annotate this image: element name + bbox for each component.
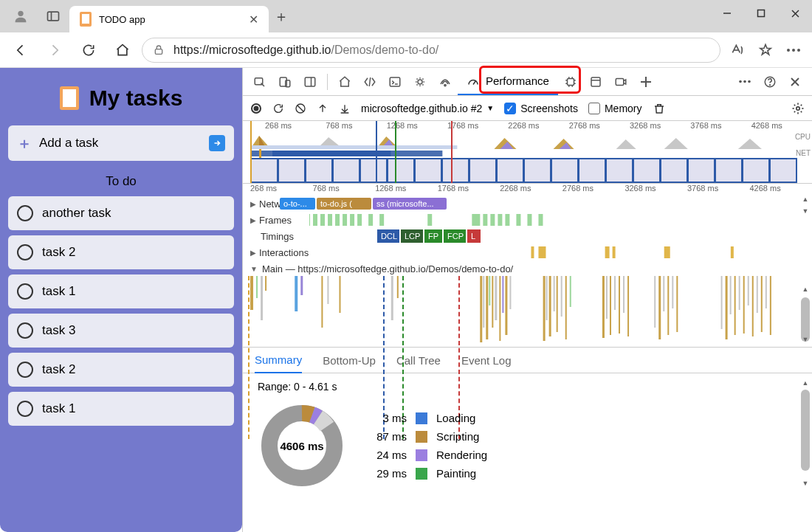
home-button[interactable] (108, 32, 137, 68)
read-aloud-icon[interactable] (725, 38, 750, 63)
row-interactions[interactable]: ▶Interactions (243, 244, 812, 260)
submit-task-button[interactable] (209, 135, 225, 151)
checkbox-icon[interactable] (17, 283, 33, 300)
task-item[interactable]: task 2 (8, 235, 234, 269)
svg-point-9 (792, 49, 795, 52)
svg-rect-51 (357, 214, 362, 226)
svg-rect-78 (339, 276, 340, 313)
memory-tab-icon[interactable] (558, 68, 583, 96)
settings-gear-icon[interactable] (791, 102, 805, 115)
timing-fcp[interactable]: FCP (444, 229, 466, 243)
row-timings[interactable]: Timings DCL LCP FP FCP L (243, 228, 812, 244)
svg-rect-52 (368, 214, 373, 226)
task-item[interactable]: another task (8, 196, 234, 230)
performance-toolbar: microsoftedge.github.io #2▼ ✓Screenshots… (243, 96, 812, 121)
dock-side-icon[interactable] (297, 68, 323, 96)
svg-rect-87 (499, 276, 500, 341)
close-devtools-icon[interactable] (782, 68, 808, 96)
svg-rect-57 (483, 214, 487, 226)
upload-button[interactable] (317, 103, 328, 114)
svg-rect-114 (730, 276, 732, 314)
screenshots-checkbox[interactable]: ✓Screenshots (504, 103, 578, 114)
back-button[interactable] (6, 32, 35, 68)
task-item[interactable]: task 2 (8, 353, 234, 387)
media-tab-icon[interactable] (608, 68, 633, 96)
task-item[interactable]: task 1 (8, 392, 234, 426)
clear-button[interactable] (295, 103, 306, 114)
row-network[interactable]: ▶Network o-to-... to-do.js ( ss (microso… (243, 196, 812, 212)
clipboard-icon (60, 86, 79, 110)
svg-rect-66 (605, 246, 610, 258)
help-icon[interactable] (757, 68, 782, 96)
url-input[interactable]: https://microsoftedge.github.io/Demos/de… (142, 38, 720, 63)
svg-rect-89 (505, 276, 507, 335)
svg-rect-79 (391, 276, 393, 320)
devtools-more-icon[interactable] (732, 68, 757, 96)
svg-rect-16 (390, 77, 400, 86)
gc-button[interactable] (653, 102, 666, 115)
welcome-tab-icon[interactable] (332, 68, 357, 96)
minimize-button[interactable] (710, 0, 744, 27)
reload-profile-button[interactable] (272, 103, 284, 114)
inspect-element-icon[interactable] (247, 68, 272, 96)
target-dropdown[interactable]: microsoftedge.github.io #2▼ (361, 103, 494, 114)
network-tab-icon[interactable] (433, 68, 458, 96)
timing-dcl[interactable]: DCL (377, 229, 399, 243)
memory-checkbox[interactable]: Memory (588, 103, 642, 114)
elements-tab-icon[interactable] (357, 68, 382, 96)
svg-point-33 (254, 106, 259, 111)
checkbox-icon[interactable] (17, 322, 33, 339)
screenshots-filmstrip[interactable] (250, 158, 797, 183)
svg-rect-94 (554, 276, 555, 311)
checkbox-icon[interactable] (17, 205, 33, 221)
task-item[interactable]: task 1 (8, 274, 234, 308)
svg-rect-95 (557, 276, 558, 332)
flame-chart[interactable]: 268 ms768 ms1268 ms1768 ms2268 ms2768 ms… (243, 184, 812, 347)
performance-tab[interactable]: Performance (458, 69, 558, 95)
overview-panel[interactable]: 268 ms768 ms1268 ms1768 ms2268 ms2768 ms… (243, 121, 812, 184)
download-button[interactable] (339, 103, 351, 114)
address-bar: https://microsoftedge.github.io/Demos/de… (0, 32, 812, 68)
workspaces-icon[interactable] (37, 0, 69, 32)
browser-tab[interactable]: TODO app ✕ (69, 6, 269, 32)
overview-cpu: CPU (250, 133, 797, 149)
svg-rect-97 (565, 276, 567, 339)
device-toggle-icon[interactable] (272, 68, 297, 96)
favorite-icon[interactable] (753, 38, 778, 63)
page-content: My tasks ＋Add a task To do another task … (0, 68, 242, 532)
summary-scrollbar[interactable]: ▲ ▼ (801, 378, 810, 488)
svg-rect-123 (770, 276, 771, 335)
close-tab-icon[interactable]: ✕ (249, 13, 258, 27)
flame-vertical-scrollbar[interactable]: ▲ ▼ ▲ ▼ (801, 196, 810, 343)
net-chip[interactable]: ss (microsofte... (373, 198, 447, 210)
menu-icon[interactable] (781, 38, 806, 63)
row-frames[interactable]: ▶Frames (243, 212, 812, 228)
profile-icon[interactable] (4, 0, 37, 32)
svg-rect-80 (397, 276, 399, 298)
svg-rect-96 (561, 276, 562, 317)
close-window-button[interactable] (778, 0, 812, 27)
net-chip[interactable]: o-to-... (280, 198, 315, 210)
task-item[interactable]: task 3 (8, 314, 234, 348)
legend-item: 24 msRendering (365, 449, 487, 461)
svg-rect-105 (627, 276, 629, 336)
sources-tab-icon[interactable] (407, 68, 433, 96)
add-task-input[interactable]: ＋Add a task (8, 125, 234, 161)
maximize-button[interactable] (744, 0, 778, 27)
checkbox-icon[interactable] (17, 362, 33, 378)
record-button[interactable] (250, 103, 262, 114)
svg-point-27 (748, 80, 751, 83)
console-tab-icon[interactable] (382, 68, 407, 96)
svg-rect-100 (606, 276, 608, 319)
row-main-header[interactable]: ▼Main — https://microsoftedge.github.io/… (243, 260, 812, 276)
timing-lcp[interactable]: LCP (401, 229, 423, 243)
checkbox-icon[interactable] (17, 244, 33, 260)
new-tab-button[interactable]: ＋ (269, 0, 294, 32)
net-chip[interactable]: to-do.js ( (317, 198, 371, 210)
application-tab-icon[interactable] (583, 68, 608, 96)
checkbox-icon[interactable] (17, 401, 33, 417)
timing-load[interactable]: L (467, 229, 481, 243)
timing-fp[interactable]: FP (424, 229, 442, 243)
more-tabs-icon[interactable] (633, 68, 658, 96)
reload-button[interactable] (74, 32, 103, 68)
